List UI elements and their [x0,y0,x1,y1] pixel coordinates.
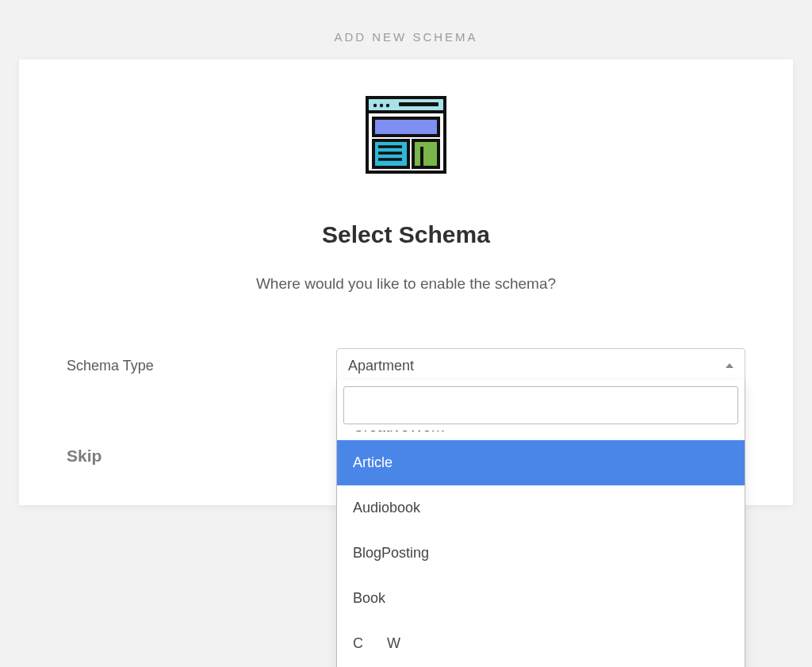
schema-icon-wrap [67,91,745,182]
webpage-layout-icon [362,91,450,178]
card-title: Select Schema [67,221,745,248]
dropdown-search-input[interactable] [343,386,738,424]
svg-point-4 [380,104,383,107]
select-value: Apartment [348,358,414,374]
select-display[interactable]: Apartment [336,348,745,383]
option-book[interactable]: Book [337,576,745,621]
svg-rect-13 [420,147,423,167]
schema-type-select[interactable]: Apartment CreativeWork Article Audiobook… [336,348,745,383]
svg-rect-7 [373,118,439,136]
option-audiobook[interactable]: Audiobook [337,485,745,531]
option-article[interactable]: Article [337,440,745,485]
option-cutoff[interactable]: C W [337,621,745,652]
select-dropdown: CreativeWork Article Audiobook BlogPosti… [336,380,745,667]
svg-rect-12 [413,140,439,167]
option-blogposting[interactable]: BlogPosting [337,531,745,576]
skip-button[interactable]: Skip [67,447,102,466]
svg-point-3 [373,104,377,107]
schema-type-label: Schema Type [67,358,336,374]
schema-type-row: Schema Type Apartment CreativeWork Artic… [67,348,745,383]
modal-header: ADD NEW SCHEMA [0,0,812,59]
options-list[interactable]: CreativeWork Article Audiobook BlogPosti… [337,431,745,667]
card-subtitle: Where would you like to enable the schem… [67,275,745,293]
schema-card: Select Schema Where would you like to en… [19,59,793,505]
svg-point-5 [386,104,389,107]
option-creativework[interactable]: CreativeWork [337,431,745,440]
svg-rect-6 [399,102,439,106]
caret-up-icon [726,363,733,368]
